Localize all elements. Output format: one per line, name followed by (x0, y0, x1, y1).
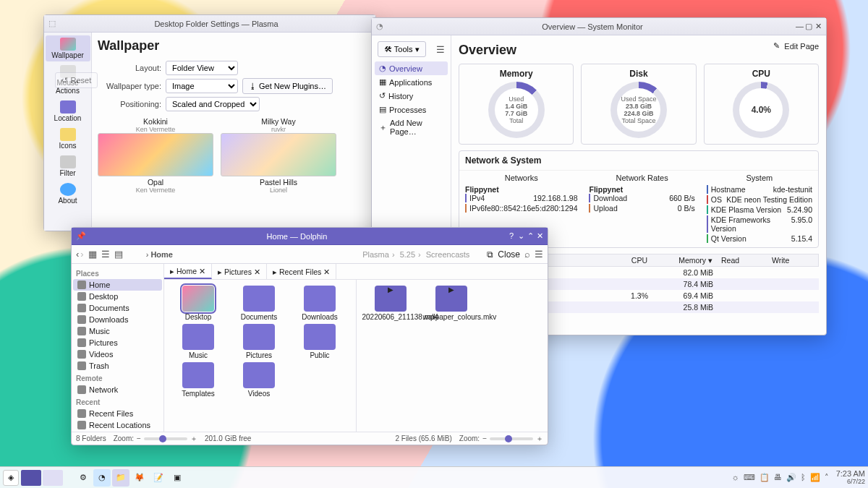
dolphin-window: 📌 Home — Dolphin ? ⌄ ⌃ ✕ ‹ › ▦ ☰ ▤ › Hom… (71, 227, 548, 445)
tray-bluetooth-icon[interactable]: ᛒ (801, 473, 806, 481)
nav-applications[interactable]: ▦ Applications (375, 75, 448, 89)
zoom-right[interactable]: Zoom:−＋ (459, 434, 543, 444)
view-compact-icon[interactable]: ☰ (101, 249, 110, 260)
right-pane[interactable]: ▶20220606_211138.mp4 ▶wallpaper_colours.… (357, 280, 548, 432)
close-icon[interactable]: ✕ (814, 22, 822, 31)
tray-chevron-icon[interactable]: ˄ (825, 473, 829, 482)
nav-processes[interactable]: ▤ Processes (375, 103, 448, 116)
view-icons-icon[interactable]: ▦ (88, 249, 97, 260)
folder-desktop[interactable]: Desktop (170, 286, 226, 321)
layout-select[interactable]: Folder View (166, 61, 238, 75)
sidebar-about[interactable]: About (46, 181, 90, 207)
place-network[interactable]: Network (73, 384, 162, 395)
maximize-icon[interactable]: ▢ (805, 22, 812, 31)
tab-recent[interactable]: ▸ Recent Files ✕ (267, 264, 336, 279)
tools-button[interactable]: 🛠 Tools ▾ (378, 41, 426, 57)
view-details-icon[interactable]: ▤ (114, 249, 123, 260)
sidebar-filter[interactable]: Filter (46, 153, 90, 179)
location-bar[interactable]: › Home (146, 250, 173, 259)
task-kate[interactable]: 📝 (150, 469, 167, 487)
nav-add-page[interactable]: ＋ Add New Page… (375, 116, 448, 138)
place-downloads[interactable]: Downloads (73, 314, 162, 325)
folder-pictures[interactable]: Pictures (231, 324, 287, 359)
task-firefox[interactable]: 🦊 (131, 469, 148, 487)
tray-network-icon[interactable]: 📶 (810, 473, 820, 482)
task-konsole[interactable]: ▣ (169, 469, 186, 487)
forward-icon[interactable]: › (80, 249, 83, 260)
nav-history[interactable]: ↺ History (375, 89, 448, 103)
status-bar: 8 Folders Zoom:−＋ 201.0 GiB free 2 Files… (72, 432, 548, 445)
titlebar[interactable]: ⬚ Desktop Folder Settings — Plasma (44, 15, 375, 33)
nav-overview[interactable]: ◔ Overview (375, 61, 448, 75)
tray-keyboard-icon[interactable]: ⌨ (744, 473, 755, 482)
positioning-select[interactable]: Scaled and Cropped (166, 97, 260, 111)
wallpaper-thumb[interactable]: Milky WayruvkrPastel HillsLionel (221, 116, 336, 194)
place-trash[interactable]: Trash (73, 360, 162, 372)
place-videos[interactable]: Videos (73, 348, 162, 360)
col-cpu[interactable]: CPU (608, 254, 652, 266)
pin-icon[interactable]: 📌 (76, 231, 86, 241)
task-dolphin[interactable]: 📁 (112, 469, 129, 487)
sidebar-wallpaper[interactable]: Wallpaper (46, 35, 90, 61)
place-home[interactable]: Home (73, 279, 162, 291)
sidebar-location[interactable]: Location (46, 98, 90, 124)
search-icon[interactable]: ⌕ (524, 249, 530, 260)
tab-close-icon[interactable]: ✕ (323, 267, 330, 276)
col-memory[interactable]: Memory ▾ (652, 254, 717, 266)
place-music[interactable]: Music (73, 325, 162, 337)
col-read[interactable]: Read (717, 254, 767, 266)
tray-clipboard-icon[interactable]: 📋 (760, 473, 770, 482)
sidebar-icons[interactable]: Icons (46, 126, 90, 152)
folder-templates[interactable]: Templates (170, 362, 226, 398)
tab-close-icon[interactable]: ✕ (254, 267, 260, 276)
pager-2[interactable] (43, 470, 63, 486)
place-recent-locations[interactable]: Recent Locations (73, 419, 162, 431)
split-close-button[interactable]: ⧉ Close (487, 249, 520, 260)
folder-downloads[interactable]: Downloads (292, 286, 348, 321)
help-icon[interactable]: ? (508, 231, 515, 241)
file-video[interactable]: ▶wallpaper_colours.mkv (423, 286, 480, 321)
app-launcher[interactable]: ◈ (3, 470, 19, 486)
minimize-icon[interactable]: ⌄ (517, 231, 524, 241)
folder-music[interactable]: Music (170, 324, 226, 359)
hamburger-icon[interactable]: ☰ (535, 249, 543, 260)
folder-documents[interactable]: Documents (231, 286, 287, 321)
reset-button[interactable]: ↺ Reset (55, 72, 98, 88)
tab-bar: ▸ Home ✕ ▸ Pictures ✕ ▸ Recent Files ✕ (164, 264, 548, 280)
wallpaper-thumb[interactable]: KokkiniKen VermetteOpalKen Vermette (98, 116, 213, 194)
place-pictures[interactable]: Pictures (73, 337, 162, 348)
folder-videos[interactable]: Videos (231, 362, 287, 398)
folder-public[interactable]: Public (292, 324, 348, 359)
col-write[interactable]: Write (767, 254, 818, 266)
minimize-icon[interactable]: — (796, 22, 803, 31)
pager-1[interactable] (21, 470, 41, 486)
back-icon[interactable]: ‹ (76, 249, 79, 260)
place-documents[interactable]: Documents (73, 302, 162, 314)
tab-close-icon[interactable]: ✕ (199, 267, 205, 275)
tab-home[interactable]: ▸ Home ✕ (164, 264, 212, 279)
get-plugins-button[interactable]: ⭳ Get New Plugins… (242, 78, 333, 94)
titlebar[interactable]: ◔ Overview — System Monitor — ▢ ✕ (372, 18, 826, 35)
tray-brightness-icon[interactable]: ☼ (732, 473, 739, 481)
tray-printer-icon[interactable]: 🖶 (774, 473, 782, 481)
file-video[interactable]: ▶20220606_211138.mp4 (362, 286, 419, 321)
status-right: 2 Files (65.6 MiB) (395, 435, 451, 442)
left-pane[interactable]: Desktop Documents Downloads Music Pictur… (164, 280, 357, 432)
task-monitor[interactable]: ◔ (93, 469, 111, 487)
close-icon[interactable]: ✕ (536, 231, 543, 241)
type-select[interactable]: Image (166, 79, 238, 93)
edit-page-button[interactable]: ✎ Edit Page (773, 41, 819, 51)
tray-volume-icon[interactable]: 🔊 (786, 473, 796, 482)
maximize-icon[interactable]: ⌃ (527, 231, 534, 241)
tab-pictures[interactable]: ▸ Pictures ✕ (212, 264, 267, 279)
clock[interactable]: 7:23 AM 6/7/22 (836, 470, 865, 485)
titlebar[interactable]: 📌 Home — Dolphin ? ⌄ ⌃ ✕ (72, 228, 548, 245)
rates-col: Network Rates Flippynet Download660 B/s … (583, 170, 700, 247)
cpu-card: CPU 4.0% (704, 64, 819, 145)
place-desktop[interactable]: Desktop (73, 291, 162, 302)
hamburger-icon[interactable]: ☰ (436, 44, 445, 55)
zoom-left[interactable]: Zoom:−＋ (114, 434, 197, 444)
task-settings[interactable]: ⚙ (75, 469, 92, 487)
breadcrumb[interactable]: Plasma› 5.25› Screencasts (361, 250, 471, 259)
place-recent-files[interactable]: Recent Files (73, 408, 162, 419)
